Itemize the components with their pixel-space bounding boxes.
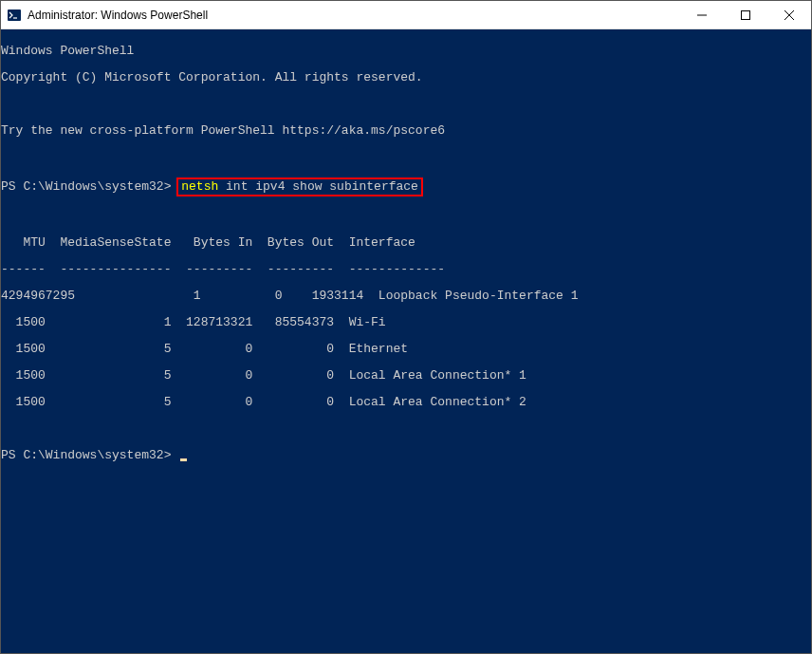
table-row: 1500 5 0 0 Local Area Connection* 2	[1, 396, 811, 409]
command-keyword: netsh	[181, 179, 218, 194]
prompt-line-empty: PS C:\Windows\system32>	[1, 449, 811, 462]
svg-rect-0	[8, 9, 21, 21]
cursor	[180, 458, 187, 461]
titlebar-controls	[680, 1, 811, 28]
titlebar-left: Administrator: Windows PowerShell	[7, 8, 208, 23]
table-divider: ------ --------------- --------- -------…	[1, 263, 811, 276]
blank-line	[1, 98, 811, 111]
command-highlight-box: netsh int ipv4 show subinterface	[176, 178, 423, 196]
table-row: 1500 5 0 0 Local Area Connection* 1	[1, 369, 811, 383]
command-args: int ipv4 show subinterface	[218, 179, 418, 194]
blank-line	[1, 210, 811, 223]
table-row: 1500 1 128713321 85554373 Wi-Fi	[1, 316, 811, 329]
prompt-path: PS C:\Windows\system32>	[1, 179, 171, 194]
blank-line	[1, 151, 811, 164]
powershell-window: Administrator: Windows PowerShell Wind	[0, 0, 812, 654]
banner-line: Windows PowerShell	[1, 45, 811, 58]
table-header: MTU MediaSenseState Bytes In Bytes Out I…	[1, 236, 811, 250]
powershell-icon	[7, 8, 22, 23]
table-row: 4294967295 1 0 1933114 Loopback Pseudo-I…	[1, 290, 811, 303]
close-icon	[784, 10, 794, 20]
close-button[interactable]	[767, 1, 811, 28]
maximize-button[interactable]	[724, 1, 767, 28]
window-title: Administrator: Windows PowerShell	[28, 9, 208, 22]
blank-line	[1, 422, 811, 436]
prompt-path: PS C:\Windows\system32>	[1, 448, 171, 462]
terminal-area[interactable]: Windows PowerShell Copyright (C) Microso…	[1, 29, 811, 653]
titlebar[interactable]: Administrator: Windows PowerShell	[1, 1, 811, 29]
banner-line: Try the new cross-platform PowerShell ht…	[1, 124, 811, 138]
prompt-line-with-command: PS C:\Windows\system32> netsh int ipv4 s…	[1, 178, 811, 196]
svg-rect-3	[742, 10, 750, 19]
minimize-icon	[697, 10, 707, 20]
maximize-icon	[741, 10, 750, 20]
table-row: 1500 5 0 0 Ethernet	[1, 343, 811, 356]
minimize-button[interactable]	[680, 1, 724, 28]
banner-line: Copyright (C) Microsoft Corporation. All…	[1, 71, 811, 84]
